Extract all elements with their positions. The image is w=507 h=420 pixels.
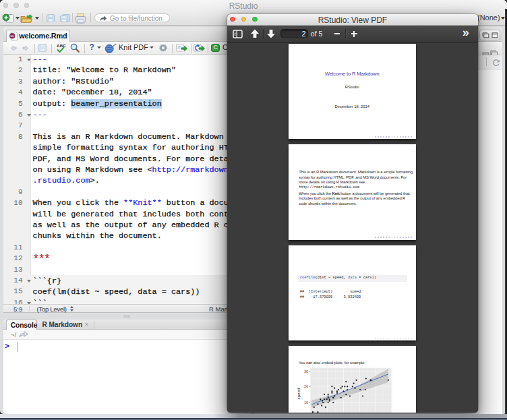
- svg-text:speed: speed: [297, 388, 301, 399]
- svg-text:MD: MD: [11, 35, 15, 38]
- svg-text:10: 10: [304, 400, 308, 404]
- svg-text:20: 20: [304, 384, 308, 388]
- svg-text:30: 30: [304, 369, 308, 373]
